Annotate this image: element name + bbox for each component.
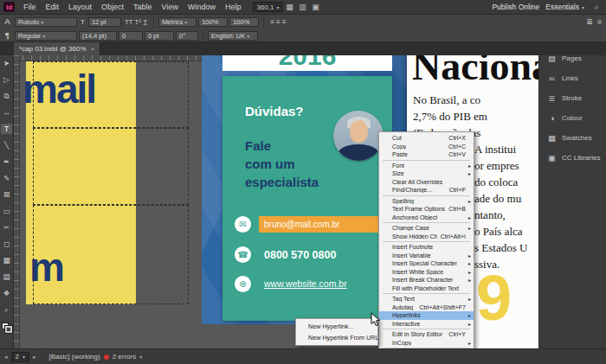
panel-cc-libraries[interactable]: ▣ CC Libraries <box>539 148 606 168</box>
ctx-change-case[interactable]: Change Case▸ <box>379 224 474 233</box>
preflight-profile[interactable]: [Basic] (working) <box>49 353 100 361</box>
leading-field[interactable]: (14,4 pt) <box>79 31 117 41</box>
rectangle-frame-tool[interactable]: ⊠ <box>1 189 12 200</box>
stroke-swatch[interactable] <box>5 326 12 333</box>
view-options-icon[interactable]: ▦ <box>284 2 296 13</box>
preflight-error-count[interactable]: 2 errors <box>113 353 137 361</box>
next-page-icon[interactable]: ▸ <box>33 354 36 361</box>
panel-links[interactable]: ∞ Links <box>539 68 606 88</box>
free-transform-tool[interactable]: ◻ <box>1 239 12 249</box>
selection-tool[interactable]: ➤ <box>1 58 12 68</box>
kerning-field[interactable]: Metrics ▾ <box>158 17 197 27</box>
ctx-hyperlinks[interactable]: Hyperlinks▸ <box>379 311 474 320</box>
font-family-field[interactable]: Roboto ▾ <box>15 17 77 27</box>
ctx-insert-variable[interactable]: Insert Variable▸ <box>379 252 474 260</box>
menu-object[interactable]: Object <box>97 0 128 15</box>
language-field[interactable]: English: UK ▾ <box>208 31 258 41</box>
panel-label: Colour <box>562 114 583 122</box>
note-tool[interactable]: ▤ <box>1 271 12 282</box>
rectangle-tool[interactable]: ▭ <box>1 206 12 216</box>
panel-menu-icon[interactable]: ≡ <box>597 17 602 26</box>
email-address[interactable]: bruno@mail.com.br <box>259 216 392 233</box>
ctx-autotag[interactable]: AutotagCtrl+Alt+Shift+F7 <box>379 303 474 312</box>
ctx-insert-special-character[interactable]: Insert Special Character▸ <box>379 259 474 268</box>
panel-swatches[interactable]: ▦ Swatches <box>539 128 606 148</box>
ctx-insert-footnote[interactable]: Insert Footnote <box>379 243 474 252</box>
direct-selection-tool[interactable]: ▷ <box>1 74 12 85</box>
workspace-switcher[interactable]: Essentials ▾ <box>545 3 584 11</box>
ctx-spelling[interactable]: Spelling▸ <box>379 197 474 206</box>
ctx-copy[interactable]: CopyCtrl+C <box>379 143 474 151</box>
ctx-interactive[interactable]: Interactive▸ <box>379 320 474 329</box>
tracking-field[interactable]: 0 <box>119 31 143 41</box>
ctx-incopy[interactable]: InCopy▸ <box>379 339 474 348</box>
pen-tool[interactable]: ✒ <box>1 156 12 167</box>
ctx-fill-with-placeholder-text[interactable]: Fill with Placeholder Text <box>379 284 474 293</box>
ctx-edit-in-story-editor[interactable]: Edit in Story EditorCtrl+Y <box>379 330 474 339</box>
zoom-level-dropdown[interactable]: 360,1 ▾ <box>253 2 282 12</box>
document-tab[interactable]: *cap 03.indd @ 360% × <box>14 42 100 55</box>
ctx-clear-all-overrides[interactable]: Clear All Overrides <box>379 178 474 187</box>
skew-field[interactable]: 0° <box>176 31 198 41</box>
ctx-tag-text[interactable]: Tag Text▸ <box>379 295 474 303</box>
case-buttons[interactable]: TT T¹ T̲ <box>123 18 149 26</box>
label: Insert White Space <box>392 269 443 275</box>
submenu-new-hyperlink[interactable]: New Hyperlink… <box>296 321 377 332</box>
blue-pattern-panel[interactable]: 2016 Dúvidas? Fale com um especialista ✉… <box>202 55 407 324</box>
arrange-documents-icon[interactable]: ▣ <box>310 2 322 13</box>
ctx-show-hidden-characters[interactable]: Show Hidden CharactersCtrl+Alt+I <box>379 233 474 241</box>
previous-page-icon[interactable]: ◂ <box>4 354 8 361</box>
ctx-font[interactable]: Font▸ <box>379 162 474 170</box>
text-frame-outline[interactable] <box>33 205 189 304</box>
panel-colour[interactable]: ◑ Colour <box>539 108 606 128</box>
menu-view[interactable]: View <box>158 0 183 15</box>
gap-tool[interactable]: ↔ <box>1 107 12 118</box>
page-tool[interactable]: ⧉ <box>1 91 12 101</box>
indesign-logo-icon: Id <box>3 2 15 12</box>
ctx-text-frame-options[interactable]: Text Frame Options…Ctrl+B <box>379 205 474 214</box>
font-size-field[interactable]: 12 pt <box>88 17 121 27</box>
vertical-scale-field[interactable]: 100% <box>198 17 228 27</box>
zoom-tool[interactable]: ⌕ <box>1 304 12 315</box>
font-style-field[interactable]: Regular ▾ <box>15 31 77 41</box>
type-tool[interactable]: T <box>1 124 12 134</box>
website-link[interactable]: www.website.com.br <box>264 278 347 289</box>
line-tool[interactable]: ╲ <box>1 140 12 150</box>
submenu-new-hyperlink-from-url[interactable]: New Hyperlink From URL <box>296 332 377 343</box>
ctx-insert-white-space[interactable]: Insert White Space▸ <box>379 268 474 277</box>
horizontal-scale-field[interactable]: 100% <box>229 17 259 27</box>
menu-file[interactable]: File <box>19 0 41 15</box>
character-formatting-icon[interactable]: A <box>2 17 13 26</box>
text-frame-outline[interactable] <box>33 128 189 205</box>
chevron-down-icon[interactable]: ▾ <box>139 354 142 360</box>
search-icon[interactable]: ⌕ <box>590 2 603 13</box>
stack-panel-icon[interactable]: ≣ <box>586 17 593 26</box>
year-banner[interactable]: 2016 <box>222 55 392 71</box>
screen-mode-icon[interactable]: ▥ <box>297 2 309 13</box>
ctx-insert-break-character[interactable]: Insert Break Character▸ <box>379 276 474 284</box>
ctx-paste[interactable]: PasteCtrl+V <box>379 150 474 159</box>
paragraph-formatting-icon[interactable]: ¶ <box>2 31 13 40</box>
scissors-tool[interactable]: ✂ <box>1 222 12 233</box>
gradient-tool[interactable]: ▦ <box>1 255 12 265</box>
ctx-find-change[interactable]: Find/Change…Ctrl+F <box>379 186 474 195</box>
menu-window[interactable]: Window <box>184 0 220 15</box>
ctx-cut[interactable]: CutCtrl+X <box>379 134 474 143</box>
close-icon[interactable]: × <box>91 45 95 53</box>
ctx-size[interactable]: Size▸ <box>379 169 474 178</box>
ctx-anchored-object[interactable]: Anchored Object▸ <box>379 214 474 222</box>
baseline-shift-field[interactable]: 0 pt <box>145 31 174 41</box>
page-number-dropdown[interactable]: 2 ▾ <box>11 352 29 362</box>
menu-table[interactable]: Table <box>129 0 157 15</box>
panel-stroke[interactable]: ≣ Stroke <box>539 88 606 108</box>
menu-edit[interactable]: Edit <box>42 0 64 15</box>
menu-layout[interactable]: Layout <box>64 0 96 15</box>
hand-tool[interactable]: ❖ <box>1 288 12 298</box>
paragraph-align-icons[interactable]: ≡ ≡ ≡ <box>268 18 287 26</box>
menu-help[interactable]: Help <box>221 0 246 15</box>
fill-stroke-swatches[interactable] <box>2 322 12 333</box>
pencil-tool[interactable]: ✎ <box>1 173 12 183</box>
contact-card[interactable]: Dúvidas? Fale com um especialista ✉ brun… <box>222 76 392 321</box>
text-frame-outline[interactable] <box>33 61 189 128</box>
publish-online-button[interactable]: Publish Online <box>492 3 539 11</box>
